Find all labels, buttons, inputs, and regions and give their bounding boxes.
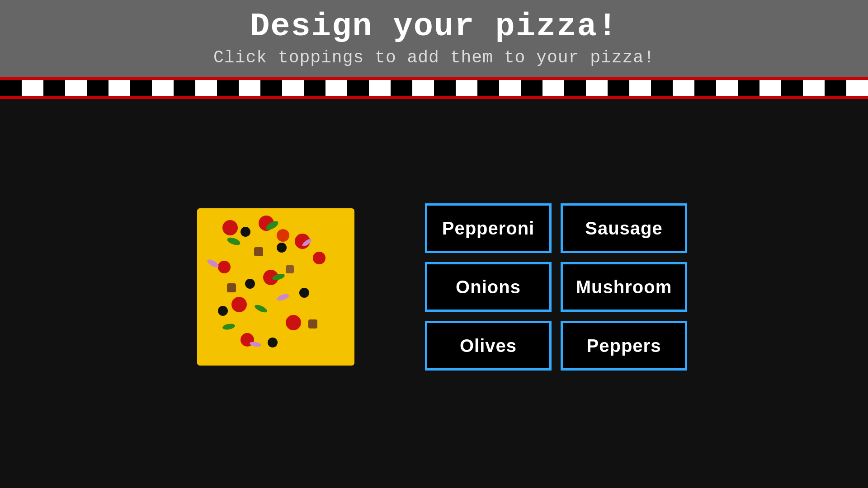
topping-olive [268, 338, 278, 347]
topping-mushroom [286, 265, 294, 273]
topping-onion [276, 293, 290, 302]
topping-olive [245, 279, 255, 289]
topping-onion [206, 258, 220, 269]
mushroom-button[interactable]: Mushroom [561, 262, 687, 312]
topping-mushroom [308, 319, 317, 328]
topping-dot [313, 252, 326, 264]
topping-olive [277, 243, 287, 253]
topping-mushroom [227, 283, 236, 292]
topping-onion [249, 341, 261, 347]
topping-dot [218, 261, 231, 273]
topping-dot [222, 220, 238, 235]
topping-dot [231, 297, 247, 312]
topping-olive [241, 227, 250, 237]
page-subtitle: Click toppings to add them to your pizza… [0, 48, 868, 67]
topping-pepper [222, 323, 236, 331]
topping-olive [299, 288, 309, 298]
pizza-base [190, 201, 362, 373]
topping-dot [286, 315, 301, 330]
page-title: Design your pizza! [0, 8, 868, 45]
header: Design your pizza! Click toppings to add… [0, 0, 868, 77]
topping-pepper [226, 236, 241, 246]
topping-mushroom [254, 247, 263, 256]
checker-border [0, 77, 868, 99]
olives-button[interactable]: Olives [425, 321, 552, 371]
main-content: Pepperoni Sausage Onions Mushroom Olives… [0, 99, 868, 475]
topping-pepper [254, 303, 268, 314]
peppers-button[interactable]: Peppers [561, 321, 687, 371]
pepperoni-button[interactable]: Pepperoni [425, 203, 552, 253]
pizza-preview [181, 192, 371, 382]
toppings-grid: Pepperoni Sausage Onions Mushroom Olives… [425, 203, 687, 371]
sausage-button[interactable]: Sausage [561, 203, 687, 253]
footer: Press ENTER when finished! [0, 475, 868, 488]
topping-olive [218, 306, 228, 316]
onions-button[interactable]: Onions [425, 262, 552, 312]
topping-dot [277, 229, 289, 242]
pizza-pixel-art [181, 201, 371, 391]
